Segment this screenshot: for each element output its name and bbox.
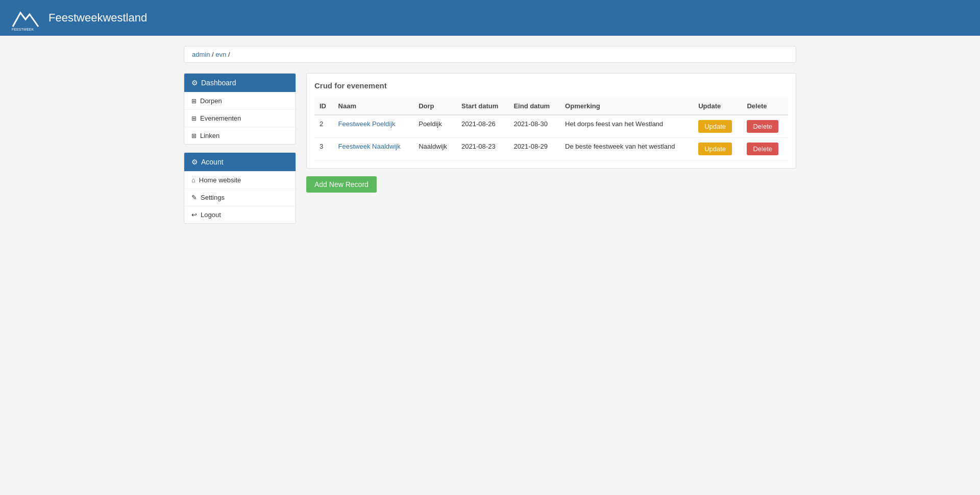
table-row: 2 Feestweek Poeldijk Poeldijk 2021-08-26… <box>314 115 788 138</box>
main-panel: Crud for evenement ID Naam Dorp Start da… <box>306 73 796 193</box>
update-button[interactable]: Update <box>698 120 732 133</box>
sidebar-link-evenementen[interactable]: Evenementen <box>200 114 241 122</box>
update-button[interactable]: Update <box>698 143 732 155</box>
sidebar-header-dashboard: Dashboard <box>184 74 296 92</box>
col-header-delete: Delete <box>742 98 788 115</box>
header: FEESTWEEK WESTLAND Feestweekwestland <box>0 0 980 36</box>
col-header-opmerking: Opmerking <box>560 98 693 115</box>
sidebar-link-linken[interactable]: Linken <box>200 132 219 139</box>
sidebar: Dashboard Dorpen Evenementen Linken <box>184 73 296 231</box>
sidebar-link-home-website[interactable]: Home website <box>199 176 241 184</box>
breadcrumb: admin / evn / <box>184 46 796 63</box>
content-area: Dashboard Dorpen Evenementen Linken <box>184 73 796 231</box>
col-header-dorp: Dorp <box>413 98 456 115</box>
table-icon-evenementen <box>191 114 197 122</box>
cell-opmerking: Het dorps feest van het Westland <box>560 115 693 138</box>
cell-id: 3 <box>314 138 333 160</box>
table-row: 3 Feestweek Naaldwijk Naaldwijk 2021-08-… <box>314 138 788 160</box>
cell-dorp: Poeldijk <box>413 115 456 138</box>
col-header-eind-datum: Eind datum <box>508 98 560 115</box>
logout-icon <box>191 211 197 219</box>
cell-opmerking: De beste feestweek van het westland <box>560 138 693 160</box>
wrench-icon <box>191 194 197 201</box>
evenement-table: ID Naam Dorp Start datum Eind datum Opme… <box>314 98 788 160</box>
add-new-record-button[interactable]: Add New Record <box>306 176 377 193</box>
sidebar-item-settings[interactable]: Settings <box>184 188 296 206</box>
sidebar-item-logout[interactable]: Logout <box>184 206 296 223</box>
sidebar-item-dorpen[interactable]: Dorpen <box>184 92 296 109</box>
cell-update: Update <box>693 115 742 138</box>
sidebar-item-linken[interactable]: Linken <box>184 127 296 144</box>
sidebar-link-logout[interactable]: Logout <box>201 211 221 219</box>
cell-start-datum: 2021-08-26 <box>456 115 508 138</box>
home-icon <box>191 176 195 184</box>
col-header-id: ID <box>314 98 333 115</box>
col-header-naam: Naam <box>333 98 414 115</box>
col-header-start-datum: Start datum <box>456 98 508 115</box>
app-title: Feestweekwestland <box>48 11 147 25</box>
sidebar-section-dashboard: Dashboard Dorpen Evenementen Linken <box>184 73 296 145</box>
breadcrumb-admin[interactable]: admin <box>192 51 210 58</box>
panel-title: Crud for evenement <box>314 81 788 90</box>
sidebar-acount-label: Acount <box>201 158 224 166</box>
cell-delete: Delete <box>742 138 788 160</box>
col-header-update: Update <box>693 98 742 115</box>
cell-naam: Feestweek Naaldwijk <box>333 138 414 160</box>
logo-icon: FEESTWEEK WESTLAND <box>10 5 41 31</box>
table-icon-linken <box>191 132 197 139</box>
sidebar-item-evenementen[interactable]: Evenementen <box>184 109 296 127</box>
cell-delete: Delete <box>742 115 788 138</box>
cell-update: Update <box>693 138 742 160</box>
cell-dorp: Naaldwijk <box>413 138 456 160</box>
table-icon-dorpen <box>191 97 197 105</box>
sidebar-link-dorpen[interactable]: Dorpen <box>200 97 222 105</box>
sidebar-item-home-website[interactable]: Home website <box>184 171 296 188</box>
gear-icon <box>191 79 198 87</box>
main-container: admin / evn / Dashboard Dorpen Evenement <box>174 36 806 242</box>
svg-text:FEESTWEEK: FEESTWEEK <box>12 28 34 31</box>
sidebar-link-settings[interactable]: Settings <box>201 194 225 201</box>
breadcrumb-evn[interactable]: evn <box>215 51 226 58</box>
cell-eind-datum: 2021-08-30 <box>508 115 560 138</box>
cell-naam: Feestweek Poeldijk <box>333 115 414 138</box>
sidebar-header-acount: Acount <box>184 153 296 171</box>
gear-icon-acount <box>191 158 198 166</box>
cell-start-datum: 2021-08-23 <box>456 138 508 160</box>
delete-button[interactable]: Delete <box>747 143 778 155</box>
cell-eind-datum: 2021-08-29 <box>508 138 560 160</box>
sidebar-dashboard-label: Dashboard <box>201 79 236 87</box>
cell-id: 2 <box>314 115 333 138</box>
delete-button[interactable]: Delete <box>747 120 778 133</box>
sidebar-section-acount: Acount Home website Settings Logout <box>184 152 296 224</box>
crud-panel: Crud for evenement ID Naam Dorp Start da… <box>306 73 796 169</box>
